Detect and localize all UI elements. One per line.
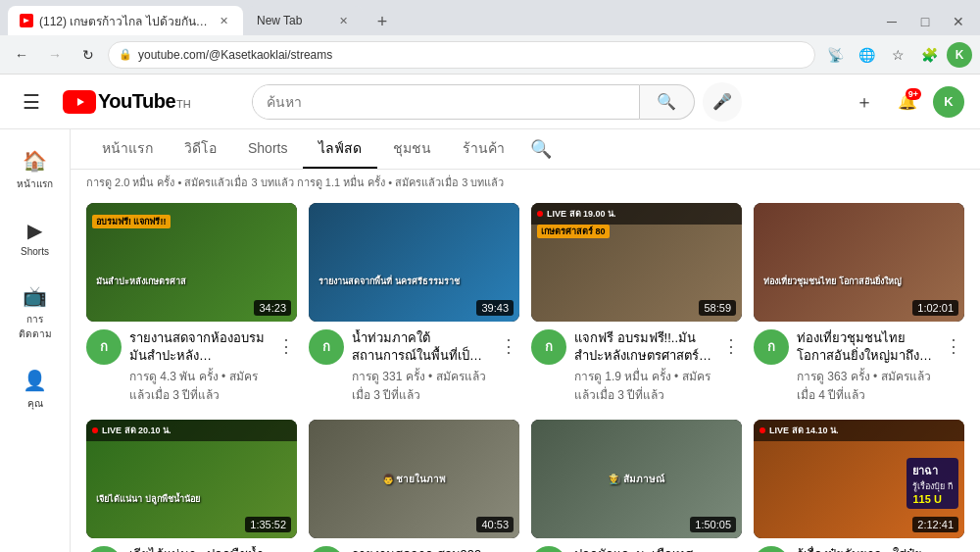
duration-4: 1:02:01	[912, 300, 958, 316]
new-tab-title: New Tab	[257, 14, 329, 27]
scroll-hint-row: การดู 2.0 หมื่น ครั้ง • สมัครแล้วเมื่อ 3…	[71, 170, 980, 191]
yt-main: 🏠 หน้าแรก ▶ Shorts 📺 การติดตาม 👤 คุณ หน้…	[0, 129, 980, 552]
browser-profile[interactable]: K	[947, 42, 972, 68]
video-meta-2: การดู 331 ครั้ง • สมัครแล้วเมื่อ 3 ปีที่…	[352, 367, 490, 404]
sidebar-item-shorts[interactable]: ▶ Shorts	[4, 207, 67, 269]
sidebar-shorts-label: Shorts	[21, 246, 49, 257]
search-input[interactable]	[253, 85, 639, 119]
duration-1: 34:23	[254, 300, 291, 316]
user-avatar[interactable]: K	[933, 86, 964, 118]
header-actions: ＋ 🔔 9+ K	[847, 84, 964, 120]
tab-video[interactable]: วิดีโอ	[169, 129, 232, 169]
nav-bar: ← → ↻ 🔒 youtube.com/@Kasetkaoklai/stream…	[0, 35, 980, 75]
hamburger-menu[interactable]: ☰	[16, 90, 47, 114]
video-details-4: ท่องเที่ยวชุมชนไทย โอกาสอันยิ่งใหญ่มาถึง…	[797, 329, 935, 404]
video-info-5: ก เจียได้แน่นา...ปลูกพืชน้ำน้อย ผลผลิตไว…	[86, 538, 297, 552]
video-card-8[interactable]: LIVE สด 14.10 น. ยาฉา รู้เรื่องปุ๋ย กี 1…	[754, 420, 964, 552]
video-title-1: รายงานสดจากห้องอบรม มันสำปะหลังเกษตรศาสต…	[129, 329, 268, 365]
video-details-8: รู้เรื่องปุ๋ยกับยาจ...ใส่ปุ๋ยอย่างไรให้พ…	[797, 546, 935, 552]
video-title-4: ท่องเที่ยวชุมชนไทย โอกาสอันยิ่งใหญ่มาถึง…	[797, 329, 935, 365]
video-card-5[interactable]: LIVE สด 20.10 น. เจียได้แน่นา ปลูกพืชน้ำ…	[86, 420, 297, 552]
new-tab[interactable]: New Tab ✕	[245, 6, 363, 35]
video-title-5: เจียได้แน่นา...ปลูกพืชน้ำน้อย ผลผลิตไว ส…	[129, 546, 268, 552]
channel-avatar-8: ก	[754, 546, 789, 552]
sidebar-home-label: หน้าแรก	[17, 176, 53, 191]
video-card-1[interactable]: อบรมฟรี! แจกฟรี!! มันสำปะหลังเกษตรศาส 34…	[86, 203, 297, 408]
search-button[interactable]: 🔍	[640, 84, 695, 120]
maximize-button[interactable]: □	[911, 8, 939, 35]
thumbnail-3: LIVE สด 19.00 น. เกษตรศาสตร์ 80 58:59	[531, 203, 742, 322]
home-icon: 🏠	[23, 149, 47, 173]
duration-5: 1:35:52	[245, 517, 291, 532]
video-info-8: ก รู้เรื่องปุ๋ยกับยาจ...ใส่ปุ๋ยอย่างไรให…	[754, 538, 964, 552]
video-menu-1[interactable]: ⋮	[275, 333, 297, 404]
sidebar-item-home[interactable]: 🏠 หน้าแรก	[4, 137, 67, 203]
video-info-6: ก รายงานสดจาก สวน999 อินทผลัมคุณเพชรบุรี…	[309, 538, 519, 552]
video-card-2[interactable]: รายงานสดจากพื้นที่ นครศรีธรรมราช 39:43 ก…	[309, 203, 519, 408]
new-tab-close[interactable]: ✕	[335, 13, 351, 28]
extension-icon[interactable]: 🧩	[915, 41, 943, 69]
back-button[interactable]: ←	[8, 41, 35, 69]
video-title-7: ปลูกผักและมะเขือเทศระบบโรงเรือน อ้าวริยะ…	[574, 546, 712, 552]
shorts-icon: ▶	[27, 219, 42, 242]
video-card-6[interactable]: 👨 ชายในภาพ 40:53 ก รายงานสดจาก สวน999 อิ…	[309, 420, 519, 552]
active-tab[interactable]: (112) เกษตรก้าวไกล ไปด้วยกัน - Yo... ✕	[8, 6, 243, 35]
yt-logo[interactable]: YouTube TH	[63, 90, 191, 114]
channel-avatar-4: ก	[754, 329, 789, 365]
sidebar-subscriptions-label: การติดตาม	[12, 312, 59, 341]
video-title-3: แจกฟรี อบรมฟรี!!..มันสำปะหลังเกษตรศาสตร์…	[574, 329, 712, 365]
lock-icon: 🔒	[119, 48, 132, 61]
video-details-6: รายงานสดจาก สวน999 อินทผลัมคุณเพชรบุรี โ…	[352, 546, 490, 552]
bookmark-icon[interactable]: ☆	[884, 41, 911, 69]
search-tab-icon[interactable]: 🔍	[520, 130, 562, 168]
browser-chrome: (112) เกษตรก้าวไกล ไปด้วยกัน - Yo... ✕ N…	[0, 0, 980, 75]
video-info-4: ก ท่องเที่ยวชุมชนไทย โอกาสอันยิ่งใหญ่มาถ…	[754, 322, 964, 408]
duration-3: 58:59	[699, 300, 736, 316]
tab-community[interactable]: ชุมชน	[377, 129, 447, 169]
video-meta-4: การดู 363 ครั้ง • สมัครแล้วเมื่อ 4 ปีที่…	[797, 367, 935, 404]
duration-7: 1:50:05	[690, 517, 736, 532]
thumbnail-2: รายงานสดจากพื้นที่ นครศรีธรรมราช 39:43	[309, 203, 519, 322]
notif-badge: 9+	[906, 88, 921, 100]
video-details-5: เจียได้แน่นา...ปลูกพืชน้ำน้อย ผลผลิตไว ส…	[129, 546, 268, 552]
duration-8: 2:12:41	[912, 517, 958, 532]
forward-button[interactable]: →	[41, 41, 69, 69]
tab-shorts[interactable]: Shorts	[232, 132, 303, 166]
mic-button[interactable]: 🎤	[703, 82, 742, 122]
tab-close[interactable]: ✕	[216, 13, 231, 28]
close-window-button[interactable]: ✕	[945, 8, 972, 35]
channel-avatar-5: ก	[86, 546, 122, 552]
yt-content: หน้าแรก วิดีโอ Shorts ไลฟ์สด ชุมชน ร้านค…	[71, 129, 980, 552]
video-menu-3[interactable]: ⋮	[720, 333, 742, 404]
address-bar[interactable]: 🔒 youtube.com/@Kasetkaoklai/streams	[108, 41, 815, 69]
video-details-7: ปลูกผักและมะเขือเทศระบบโรงเรือน อ้าวริยะ…	[574, 546, 712, 552]
thumbnail-1: อบรมฟรี! แจกฟรี!! มันสำปะหลังเกษตรศาส 34…	[86, 203, 297, 322]
tab-home[interactable]: หน้าแรก	[86, 129, 169, 169]
video-card-4[interactable]: ท่องเที่ยวชุมชนไทย โอกาสอันยิ่งใหญ่ 1:02…	[754, 203, 964, 408]
video-info-7: ก ปลูกผักและมะเขือเทศระบบโรงเรือน อ้าวริ…	[531, 538, 742, 552]
subscriptions-icon: 📺	[23, 284, 47, 308]
add-tab-button[interactable]: +	[368, 8, 396, 35]
translate-icon[interactable]: 🌐	[853, 41, 880, 69]
video-card-7[interactable]: 👨‍🌾 สัมภาษณ์ 1:50:05 ก ปลูกผักและมะเขือเ…	[531, 420, 742, 552]
video-menu-4[interactable]: ⋮	[943, 333, 964, 404]
cast-icon[interactable]: 📡	[821, 41, 849, 69]
video-title-6: รายงานสดจาก สวน999 อินทผลัมคุณเพชรบุรี โ…	[352, 546, 490, 552]
tab-store[interactable]: ร้านค้า	[447, 129, 520, 169]
sidebar-item-you[interactable]: 👤 คุณ	[4, 357, 67, 423]
you-icon: 👤	[23, 369, 47, 392]
nav-actions: 📡 🌐 ☆ 🧩 K	[821, 41, 972, 69]
video-menu-2[interactable]: ⋮	[498, 333, 519, 404]
tab-bar: (112) เกษตรก้าวไกล ไปด้วยกัน - Yo... ✕ N…	[0, 0, 980, 35]
minimize-button[interactable]: ─	[878, 8, 906, 35]
tab-livestream[interactable]: ไลฟ์สด	[303, 129, 377, 169]
channel-avatar-7: ก	[531, 546, 566, 552]
yt-logo-icon	[63, 90, 96, 114]
video-card-3[interactable]: LIVE สด 19.00 น. เกษตรศาสตร์ 80 58:59 ก …	[531, 203, 742, 408]
video-details-1: รายงานสดจากห้องอบรม มันสำปะหลังเกษตรศาสต…	[129, 329, 268, 404]
thumbnail-6: 👨 ชายในภาพ 40:53	[309, 420, 519, 538]
reload-button[interactable]: ↻	[74, 41, 102, 69]
sidebar-item-subscriptions[interactable]: 📺 การติดตาม	[4, 273, 67, 353]
create-button[interactable]: ＋	[847, 84, 882, 120]
notifications-button[interactable]: 🔔 9+	[890, 84, 925, 120]
